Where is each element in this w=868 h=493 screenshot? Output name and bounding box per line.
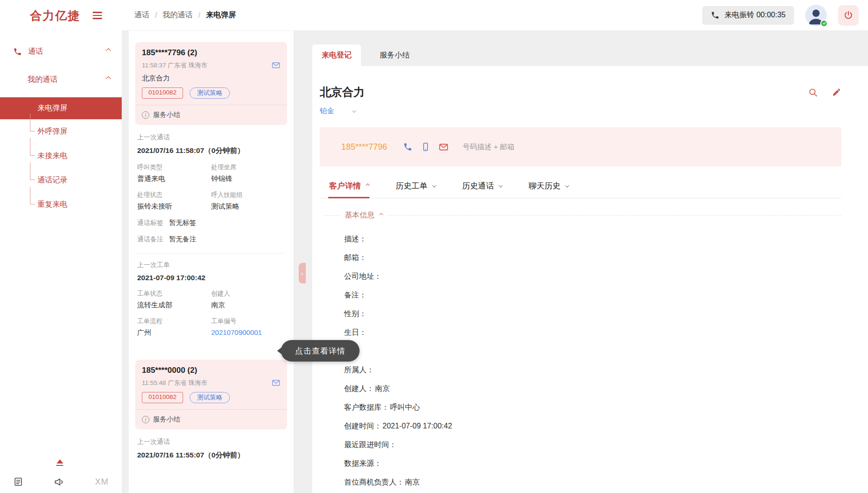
field-ticket-number: 工单编号 2021070900001 (211, 317, 285, 337)
main-panel: 来电登记 服务小结 北京合力 铂金 185****7796 (312, 31, 868, 493)
dashed-line (387, 215, 841, 216)
sidebar-item-incoming-popup[interactable]: 来电弹屏 (0, 97, 122, 119)
breadcrumb-calls[interactable]: 通话 (134, 10, 149, 20)
chevron-up-icon (106, 48, 111, 53)
chevron-up-icon (366, 183, 369, 187)
content-tabs: 来电登记 服务小结 (312, 44, 868, 66)
last-call-title: 上一次通话 (137, 133, 285, 142)
ring-status: 来电振铃 00:00:35 (702, 6, 794, 25)
call-list-panel: 185****7796 (2) 11:58:37 广东省 珠海市 北京合力 01… (129, 31, 294, 493)
mail-icon[interactable] (272, 378, 280, 387)
last-call-info-2: 上一次通话 2021/07/16 11:55:07（0分钟前） (135, 429, 287, 470)
collapse-panel-handle[interactable]: ‹ (299, 263, 306, 283)
field-call-type: 呼叫类型 普通来电 (137, 163, 211, 183)
service-summary-link[interactable]: i 服务小结 (142, 105, 280, 119)
sidebar: 合力亿捷 通话 我的通话 来电弹屏 外呼弹屏 未接来电 (0, 0, 122, 493)
tree-branch-icon (30, 162, 35, 180)
call-icon[interactable] (403, 142, 412, 152)
sidebar-item-label: 来电弹屏 (37, 103, 67, 113)
field-company-address: 公司地址： (344, 267, 841, 286)
sidebar-group-label: 通话 (28, 47, 43, 57)
tab-chat-history[interactable]: 聊天历史 (529, 174, 568, 198)
sidebar-item-label: 重复来电 (37, 200, 67, 210)
tree-branch-icon (30, 138, 35, 156)
collapse-up-icon[interactable] (56, 459, 63, 466)
edit-icon[interactable] (832, 87, 841, 97)
field-first-opportunity-owner: 首位商机负责人：南京 (344, 473, 841, 492)
tab-ticket-history[interactable]: 历史工单 (396, 174, 435, 198)
last-call-info: 上一次通话 2021/07/16 11:58:07（0分钟前） 呼叫类型 普通来… (135, 125, 287, 347)
sidebar-item-repeat-calls[interactable]: 重复来电 (0, 192, 122, 217)
sidebar-item-missed-calls[interactable]: 未接来电 (0, 144, 122, 168)
breadcrumb-separator: / (198, 11, 200, 20)
tab-call-register[interactable]: 来电登记 (312, 44, 361, 66)
last-call-title: 上一次通话 (137, 438, 285, 446)
tab-customer-detail[interactable]: 客户详情 (329, 174, 368, 198)
field-ticket-flow: 工单流程 广州 (137, 317, 211, 337)
hamburger-menu-icon[interactable] (93, 12, 102, 19)
search-icon[interactable] (808, 87, 818, 97)
sidebar-item-call-records[interactable]: 通话记录 (0, 168, 122, 192)
field-agent: 处理坐席 钟锦锋 (211, 163, 285, 183)
ticket-number-link[interactable]: 2021070900001 (211, 328, 285, 336)
customer-level: 铂金 (320, 106, 334, 116)
logo-row: 合力亿捷 (0, 0, 122, 31)
sidebar-item-label: 外呼弹屏 (37, 127, 67, 137)
chevron-up-icon (379, 213, 383, 217)
service-summary-label: 服务小结 (153, 415, 180, 424)
app-window: 合力亿捷 通话 我的通话 来电弹屏 外呼弹屏 未接来电 (0, 0, 868, 493)
xm-logo: XM (95, 477, 109, 487)
dashed-line (324, 215, 340, 216)
customer-card: 北京合力 铂金 185****7796 号码描述 + 邮箱 (312, 66, 868, 493)
sidebar-nav: 通话 我的通话 来电弹屏 外呼弹屏 未接来电 通话记录 (0, 37, 122, 217)
call-card-2[interactable]: 185****0000 (2) 11:55:48 广东省 珠海市 0101008… (135, 360, 287, 429)
phone-icon (13, 47, 22, 56)
section-basic-info[interactable]: 基本信息 (324, 210, 841, 220)
info-icon: i (142, 111, 149, 119)
field-email: 邮箱： (344, 248, 841, 267)
tab-call-history[interactable]: 历史通话 (462, 174, 501, 198)
info-icon: i (142, 416, 149, 423)
notes-icon[interactable] (13, 477, 23, 487)
tooltip: 点击查看详情 (281, 340, 360, 362)
number-code-badge: 01010082 (142, 392, 183, 403)
avatar[interactable] (805, 5, 827, 26)
call-card-1[interactable]: 185****7796 (2) 11:58:37 广东省 珠海市 北京合力 01… (135, 42, 287, 125)
topbar: 通话 / 我的通话 / 来电弹屏 来电振铃 00:00:35 (122, 0, 868, 31)
sidebar-footer: XM (0, 459, 122, 493)
mail-icon[interactable] (439, 142, 449, 152)
field-skill-group: 呼入技能组 测试策略 (211, 191, 285, 211)
sidebar-item-outbound-popup[interactable]: 外呼弹屏 (0, 119, 122, 144)
mail-icon[interactable] (272, 61, 280, 70)
logout-power-button[interactable] (838, 5, 859, 26)
customer-level-select[interactable]: 铂金 (320, 106, 841, 116)
tab-service-summary[interactable]: 服务小结 (370, 44, 419, 66)
chevron-up-icon (106, 76, 111, 81)
chevron-down-icon (499, 183, 502, 187)
breadcrumb-current: 来电弹屏 (206, 10, 236, 20)
megaphone-icon[interactable] (54, 476, 65, 487)
service-summary-link[interactable]: i 服务小结 (142, 410, 280, 424)
field-call-tag: 通话标签暂无标签 (137, 218, 285, 227)
phone-description: 号码描述 + 邮箱 (463, 142, 515, 152)
field-creator: 创建人：南京 (344, 379, 841, 398)
chevron-down-icon (432, 183, 436, 187)
sidebar-group-my-calls[interactable]: 我的通话 (0, 65, 122, 94)
app-logo: 合力亿捷 (30, 8, 81, 23)
breadcrumb-my-calls[interactable]: 我的通话 (162, 10, 192, 20)
customer-phone: 185****7796 (341, 142, 387, 152)
field-handle-status: 处理状态 振铃未接听 (137, 191, 211, 211)
field-call-note: 通话备注暂无备注 (137, 235, 285, 244)
mobile-icon[interactable] (421, 142, 430, 152)
tree-branch-icon (30, 187, 35, 204)
tooltip-arrow-icon (277, 348, 281, 354)
field-create-time: 创建时间：2021-07-09 17:00:42 (344, 417, 841, 435)
detail-tabs: 客户详情 历史工单 历史通话 聊天历史 (320, 174, 841, 198)
sidebar-item-label: 未接来电 (37, 151, 67, 161)
last-call-time: 2021/07/16 11:55:07（0分钟前） (137, 450, 285, 460)
strategy-badge: 测试策略 (190, 87, 230, 99)
sidebar-item-label: 通话记录 (37, 175, 67, 185)
sidebar-group-calls[interactable]: 通话 (0, 37, 122, 65)
field-birthday: 生日： (344, 323, 841, 342)
field-ticket-creator: 创建人 南京 (211, 290, 285, 310)
